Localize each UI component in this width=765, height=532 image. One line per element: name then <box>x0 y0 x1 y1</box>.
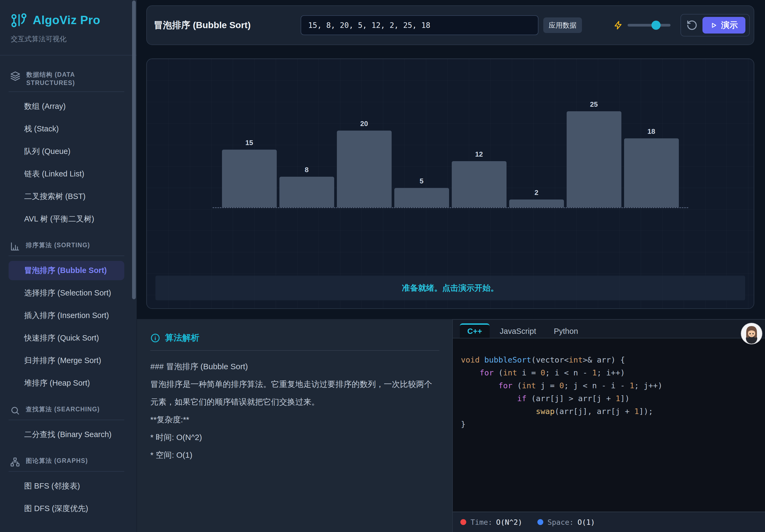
explanation-body: ### 冒泡排序 (Bubble Sort)冒泡排序是一种简单的排序算法。它重复… <box>150 358 439 464</box>
sidebar-item-label: 二分查找 (Binary Search) <box>24 429 112 440</box>
demo-button-label: 演示 <box>721 20 738 31</box>
sidebar-item[interactable]: 数组 (Array) <box>9 97 124 116</box>
code-line: void bubbleSort(vector<int>& arr) { <box>461 354 757 366</box>
code-block: void bubbleSort(vector<int>& arr) { for … <box>453 338 765 431</box>
bar-value-label: 25 <box>590 100 598 109</box>
sidebar: AlgoViz Pro 交互式算法可视化 数据结构 (DATA STRUCTUR… <box>0 0 137 532</box>
code-tabbar: C++JavaScriptPython <box>453 319 765 338</box>
bar-column: 8 <box>280 166 334 207</box>
sidebar-item-label: 选择排序 (Selection Sort) <box>24 288 111 298</box>
bottom-panels: 算法解析 ### 冒泡排序 (Bubble Sort)冒泡排序是一种简单的排序算… <box>137 319 765 532</box>
slider-thumb[interactable] <box>651 21 661 30</box>
search-icon <box>10 406 20 415</box>
demo-play-button[interactable]: 演示 <box>702 17 745 34</box>
user-avatar[interactable] <box>741 323 762 344</box>
sidebar-nav: 数据结构 (DATA STRUCTURES)数组 (Array)栈 (Stack… <box>0 56 137 518</box>
bar <box>222 149 277 207</box>
sidebar-item[interactable]: 队列 (Queue) <box>9 142 124 161</box>
explanation-header: 算法解析 <box>150 332 439 344</box>
bar-column: 20 <box>337 120 391 207</box>
bar-value-label: 12 <box>475 150 483 158</box>
space-dot <box>537 519 543 525</box>
section-divider <box>9 256 124 256</box>
toolbar: 冒泡排序 (Bubble Sort) 应用数据 <box>146 5 754 45</box>
sidebar-scrollbar[interactable] <box>132 1 136 299</box>
bar-chart-icon <box>10 242 20 251</box>
explanation-paragraph: 冒泡排序是一种简单的排序算法。它重复地走访过要排序的数列，一次比较两个元素，如果… <box>150 376 439 411</box>
sidebar-section-label: 查找算法 (SEARCHING) <box>26 405 100 413</box>
code-panel: C++JavaScriptPython void <box>452 319 765 532</box>
app-tagline: 交互式算法可视化 <box>0 29 137 44</box>
status-bar: 准备就绪。点击演示开始。 <box>155 276 745 300</box>
time-label: Time: <box>470 518 492 526</box>
sidebar-section-label: 数据结构 (DATA STRUCTURES) <box>26 71 124 87</box>
bar-column: 2 <box>509 188 564 207</box>
bar-value-label: 18 <box>647 128 655 136</box>
sidebar-item-label: 堆排序 (Heap Sort) <box>24 378 90 389</box>
complexity-footer: Time: O(N^2) Space: O(1) <box>453 512 765 532</box>
explanation-paragraph: * 时间: O(N^2) <box>150 428 439 446</box>
code-line: for (int i = 0; i < n - 1; i++) <box>461 366 757 379</box>
array-input[interactable] <box>301 15 538 35</box>
sidebar-item[interactable]: 链表 (Linked List) <box>9 164 124 184</box>
sidebar-item[interactable]: 图 DFS (深度优先) <box>9 499 124 518</box>
explanation-panel: 算法解析 ### 冒泡排序 (Bubble Sort)冒泡排序是一种简单的排序算… <box>137 319 452 532</box>
code-line: for (int j = 0; j < n - i - 1; j++) <box>461 379 757 392</box>
code-line: if (arr[j] > arr[j + 1]) <box>461 392 757 405</box>
sidebar-item[interactable]: 冒泡排序 (Bubble Sort) <box>9 261 124 280</box>
bar-value-label: 8 <box>305 166 309 174</box>
git-branch-icon <box>10 11 28 29</box>
bar-column: 5 <box>394 177 449 207</box>
explanation-divider <box>150 350 439 351</box>
sidebar-item[interactable]: 二叉搜索树 (BST) <box>9 187 124 206</box>
sidebar-item-label: 图 DFS (深度优先) <box>24 503 88 514</box>
sidebar-item-label: 快速排序 (Quick Sort) <box>24 333 99 344</box>
tab-javascript[interactable]: JavaScript <box>492 323 543 338</box>
sidebar-item[interactable]: 图 BFS (邻接表) <box>9 476 124 496</box>
explanation-paragraph: **复杂度:** <box>150 411 439 428</box>
apply-data-button[interactable]: 应用数据 <box>543 17 582 33</box>
sidebar-item[interactable]: 栈 (Stack) <box>9 119 124 138</box>
tab-python[interactable]: Python <box>546 323 585 338</box>
sidebar-item[interactable]: 堆排序 (Heap Sort) <box>9 374 124 393</box>
sidebar-item[interactable]: 快速排序 (Quick Sort) <box>9 329 124 348</box>
sidebar-item[interactable]: 二分查找 (Binary Search) <box>9 425 124 444</box>
network-icon <box>10 457 20 467</box>
tab-label: JavaScript <box>500 327 536 336</box>
sidebar-section-header: 数据结构 (DATA STRUCTURES) <box>0 71 137 87</box>
sidebar-item[interactable]: 插入排序 (Insertion Sort) <box>9 306 124 325</box>
sidebar-item[interactable]: 选择排序 (Selection Sort) <box>9 283 124 303</box>
sidebar-section: 查找算法 (SEARCHING)二分查找 (Binary Search) <box>0 405 137 444</box>
info-icon <box>150 333 160 343</box>
tab-label: C++ <box>467 327 482 336</box>
sidebar-section-label: 图论算法 (GRAPHS) <box>26 457 88 465</box>
space-value: O(1) <box>577 518 595 526</box>
code-line: swap(arr[j], arr[j + 1]); <box>461 405 757 418</box>
sidebar-item-label: 链表 (Linked List) <box>24 169 84 179</box>
sidebar-item-label: 数组 (Array) <box>24 101 66 112</box>
play-icon <box>710 22 717 29</box>
sidebar-item-label: 二叉搜索树 (BST) <box>24 191 86 202</box>
bar-chart: 1582051222518 <box>213 100 688 208</box>
slider-track[interactable] <box>628 24 670 27</box>
code-line: } <box>461 418 757 431</box>
bar <box>567 111 621 207</box>
sidebar-item[interactable]: 归并排序 (Merge Sort) <box>9 351 124 370</box>
app-logo: AlgoViz Pro <box>0 0 137 29</box>
bar-column: 25 <box>567 100 621 207</box>
reset-button[interactable] <box>686 20 698 31</box>
main-area: 冒泡排序 (Bubble Sort) 应用数据 <box>137 0 765 532</box>
bar-column: 12 <box>452 150 506 207</box>
sidebar-item[interactable]: AVL 树 (平衡二叉树) <box>9 209 124 229</box>
tab-c[interactable]: C++ <box>460 323 489 338</box>
section-divider <box>9 471 124 472</box>
sidebar-item-label: 插入排序 (Insertion Sort) <box>24 310 109 321</box>
bar-column: 18 <box>624 128 679 207</box>
sidebar-section: 图论算法 (GRAPHS)图 BFS (邻接表)图 DFS (深度优先) <box>0 457 137 518</box>
tab-label: Python <box>554 327 578 336</box>
zap-icon <box>614 21 623 30</box>
bar-value-label: 2 <box>534 188 538 197</box>
playback-controls: 演示 <box>680 14 750 37</box>
speed-slider[interactable] <box>628 21 670 30</box>
app-title: AlgoViz Pro <box>33 13 100 27</box>
